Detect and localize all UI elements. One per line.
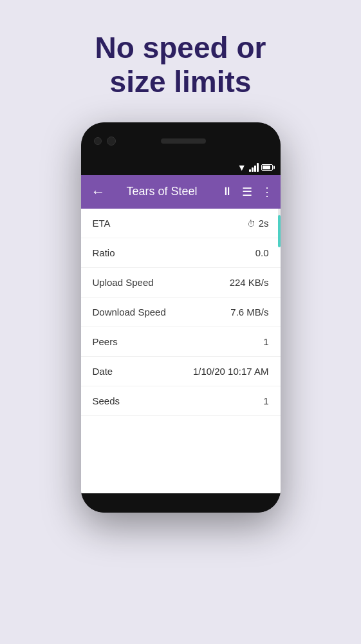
signal-bar-3 [254, 166, 256, 172]
phone-mockup: ▼ ← Tears of Steel ⏸ ☰ ⋮ [81, 122, 281, 644]
label-download-speed: Download Speed [93, 307, 166, 317]
row-date: Date 1/10/20 10:17 AM [81, 357, 281, 386]
label-eta: ETA [93, 218, 111, 229]
value-upload-speed: 224 KB/s [230, 277, 269, 288]
label-seeds: Seeds [93, 395, 120, 406]
camera-dot-2 [107, 137, 116, 146]
row-eta: ETA ⏱ 2s [81, 209, 281, 238]
phone-hardware-bottom [81, 493, 281, 513]
row-peers: Peers 1 [81, 327, 281, 357]
wifi-icon: ▼ [237, 162, 246, 173]
signal-bars-icon [249, 163, 259, 172]
label-peers: Peers [93, 336, 118, 347]
value-seeds: 1 [263, 395, 268, 406]
row-upload-speed: Upload Speed 224 KB/s [81, 268, 281, 298]
back-button[interactable]: ← [89, 181, 108, 203]
clock-icon: ⏱ [247, 219, 255, 229]
app-content: ETA ⏱ 2s Ratio 0.0 Upload Speed 224 KB/s [81, 209, 281, 493]
toolbar-actions: ⏸ ☰ ⋮ [221, 185, 273, 199]
list-button[interactable]: ☰ [242, 185, 252, 199]
battery-fill [263, 166, 270, 169]
status-icons: ▼ [237, 162, 273, 173]
label-ratio: Ratio [93, 247, 115, 258]
label-date: Date [93, 366, 113, 377]
empty-space [81, 416, 281, 493]
battery-icon [261, 164, 273, 171]
app-toolbar: ← Tears of Steel ⏸ ☰ ⋮ [81, 175, 281, 209]
value-eta: ⏱ 2s [247, 218, 268, 229]
more-button[interactable]: ⋮ [261, 185, 273, 199]
scroll-indicator [278, 209, 281, 238]
phone-hardware-top [81, 122, 281, 160]
value-download-speed: 7.6 MB/s [230, 307, 268, 317]
label-upload-speed: Upload Speed [93, 277, 154, 288]
camera-dot-1 [94, 137, 102, 145]
speaker-bar [161, 138, 206, 144]
status-bar: ▼ [81, 160, 281, 175]
headline-text: No speed orsize limits [57, 0, 305, 122]
signal-bar-4 [257, 163, 259, 172]
toolbar-title: Tears of Steel [113, 185, 211, 198]
value-ratio: 0.0 [255, 247, 269, 258]
value-date: 1/10/20 10:17 AM [193, 366, 269, 377]
row-ratio: Ratio 0.0 [81, 238, 281, 268]
phone-device: ▼ ← Tears of Steel ⏸ ☰ ⋮ [81, 122, 281, 513]
row-seeds: Seeds 1 [81, 386, 281, 416]
pause-button[interactable]: ⏸ [221, 185, 233, 198]
signal-bar-1 [249, 169, 251, 172]
row-download-speed: Download Speed 7.6 MB/s [81, 298, 281, 327]
camera-area [94, 137, 116, 146]
value-peers: 1 [263, 336, 268, 347]
signal-bar-2 [252, 167, 254, 172]
